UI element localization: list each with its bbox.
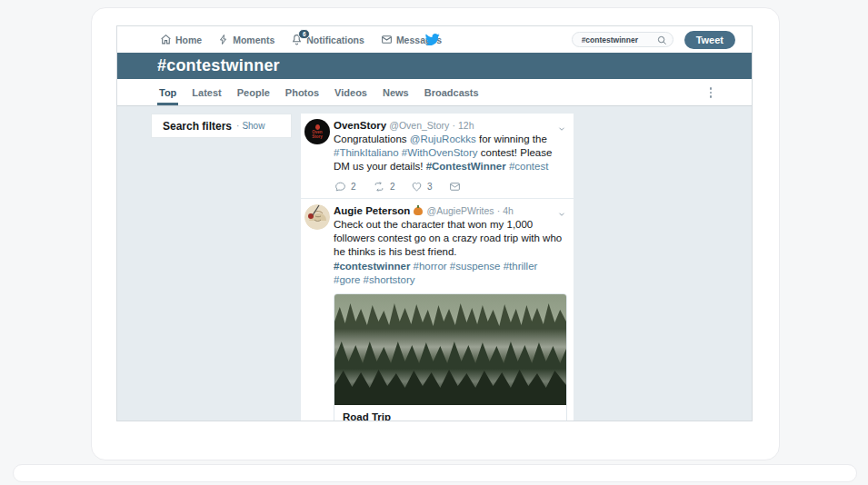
top-nav-bar: Home Moments 6 Notifications Messages <box>117 26 752 53</box>
like-count: 3 <box>427 182 433 192</box>
hashtag-link[interactable]: #contestwinner <box>334 261 410 272</box>
reply-button[interactable]: 2 <box>334 181 373 193</box>
nav-home[interactable]: Home <box>160 34 202 45</box>
tab-top[interactable]: Top <box>159 79 176 105</box>
hashtag-link[interactable]: #gore <box>334 274 360 285</box>
hashtag-link[interactable]: #ThinkItaliano <box>334 147 399 158</box>
tweet-text: Congratulations @RujuRockks for winning … <box>334 133 565 173</box>
tab-photos[interactable]: Photos <box>285 79 319 105</box>
hashtag-link[interactable]: #suspense <box>447 261 501 272</box>
tweet-author-name[interactable]: OvenStory <box>334 120 386 131</box>
show-filters-link[interactable]: Show <box>242 121 264 131</box>
nameline-separator: · <box>497 205 501 216</box>
page-title: #contestwinner <box>117 56 280 75</box>
tweet-ovenstory[interactable]: Oven Story OvenStory @Oven_Story · 12h C… <box>301 114 574 198</box>
tab-latest[interactable]: Latest <box>192 79 221 105</box>
retweet-button[interactable]: 2 <box>373 181 411 193</box>
nav-notifications-label: Notifications <box>306 35 364 45</box>
nav-moments[interactable]: Moments <box>218 34 274 45</box>
tweet-hashtags: #contestwinner #horror #suspense #thrill… <box>334 260 565 287</box>
tweet-dropdown-caret[interactable] <box>557 206 566 223</box>
nav-home-label: Home <box>175 35 202 45</box>
tab-videos[interactable]: Videos <box>334 79 367 105</box>
heart-icon <box>411 181 423 193</box>
hashtag-link[interactable]: #WithOvenStory <box>402 147 478 158</box>
chevron-down-icon <box>557 124 566 134</box>
hashtag-link[interactable]: #contest <box>509 161 548 172</box>
tweet-feed: Oven Story OvenStory @Oven_Story · 12h C… <box>301 114 574 421</box>
tweet-timestamp[interactable]: 12h <box>458 120 474 131</box>
reply-icon <box>334 181 346 193</box>
twitter-bird-icon <box>424 32 440 47</box>
tweet-timestamp[interactable]: 4h <box>503 205 514 216</box>
filters-separator: · <box>236 121 239 131</box>
chevron-down-icon <box>557 210 566 219</box>
nameline-separator: · <box>452 120 455 131</box>
search-box[interactable] <box>572 32 673 47</box>
tweet-text-segment: Congratulations <box>334 134 410 144</box>
like-button[interactable]: 3 <box>411 181 449 193</box>
nav-moments-label: Moments <box>233 35 274 45</box>
tweet-text: Check out the character that won my 1,00… <box>334 218 565 259</box>
notifications-badge: 6 <box>298 29 310 39</box>
tab-broadcasts[interactable]: Broadcasts <box>424 79 479 105</box>
page-header: #contestwinner <box>117 53 752 79</box>
tab-people[interactable]: People <box>237 79 270 105</box>
moments-icon <box>218 34 229 45</box>
hashtag-link[interactable]: #ContestWinner <box>426 161 506 172</box>
home-icon <box>160 34 172 45</box>
search-icon <box>657 35 667 45</box>
forest-photo <box>334 294 566 405</box>
card-title: Road Trip <box>343 411 558 421</box>
direct-message-button[interactable] <box>449 181 487 193</box>
hashtag-link[interactable]: #thriller <box>500 261 537 272</box>
mention-link[interactable]: @RujuRockks <box>410 134 476 144</box>
retweet-icon <box>373 181 385 193</box>
twitter-app-window: Home Moments 6 Notifications Messages <box>116 25 753 421</box>
search-filters-title: Search filters <box>163 120 232 133</box>
sketch-avatar-art <box>304 204 330 230</box>
nav-notifications[interactable]: 6 Notifications <box>291 34 364 45</box>
search-input[interactable] <box>580 35 662 45</box>
avatar[interactable] <box>304 204 330 230</box>
retweet-count: 2 <box>390 182 395 192</box>
tweet-author-handle[interactable]: @Oven_Story <box>389 120 449 131</box>
tweet-author-handle[interactable]: @AugiePWrites <box>426 205 494 216</box>
search-filters-panel: Search filters · Show <box>151 114 292 138</box>
tweet-button[interactable]: Tweet <box>684 31 735 49</box>
envelope-icon <box>449 181 461 193</box>
avatar-text: Story <box>312 134 323 139</box>
more-options-icon[interactable] <box>706 85 715 100</box>
tweet-dropdown-caret[interactable] <box>557 121 566 137</box>
avatar[interactable]: Oven Story <box>304 119 330 144</box>
pumpkin-emoji-icon <box>414 207 423 215</box>
messages-icon <box>381 34 393 45</box>
tabs-bar: Top Latest People Photos Videos News Bro… <box>117 79 752 106</box>
background-strip <box>13 464 857 482</box>
tweet-author-name[interactable]: Augie Peterson <box>334 205 410 216</box>
tweet-text-segment: Check out the character that won my 1,00… <box>334 219 562 257</box>
twitter-logo[interactable] <box>424 32 440 51</box>
link-preview-card[interactable]: Road Trip Gerald and Kate have been best… <box>334 293 567 421</box>
content-area: Search filters · Show Oven Story OvenSto… <box>117 106 752 421</box>
hashtag-link[interactable]: #horror <box>410 261 446 272</box>
tweet-text-segment: for winning the <box>476 134 547 144</box>
tweet-augie-peterson[interactable]: Augie Peterson @AugiePWrites · 4h Check … <box>301 198 574 421</box>
reply-count: 2 <box>351 182 356 192</box>
hashtag-link[interactable]: #shortstory <box>360 274 414 285</box>
tab-news[interactable]: News <box>383 79 409 105</box>
